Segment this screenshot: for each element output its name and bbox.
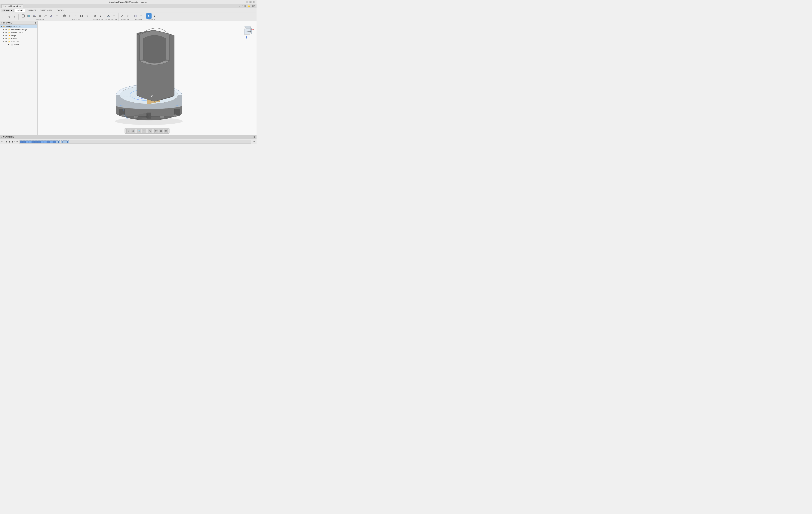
timeline-item-18[interactable] [67, 141, 69, 143]
svg-rect-3 [34, 15, 35, 16]
home-view-button[interactable]: ⌂ [126, 129, 130, 133]
sweep-button[interactable] [43, 13, 48, 19]
browser-expand-icon[interactable]: ▸ [1, 22, 2, 24]
tree-item-root[interactable]: ▼ ⊞ laser guide v4 v4 ▾ [0, 25, 37, 28]
timeline-track[interactable] [20, 140, 251, 144]
model-container [37, 21, 257, 135]
comments-settings-button[interactable]: ⊞ [254, 136, 255, 138]
viewcube-svg[interactable]: FRONT X Y [239, 23, 255, 39]
minimize-button[interactable]: — [246, 1, 248, 3]
construct-more-button[interactable]: ▾ [112, 13, 117, 19]
browser-tree: ▼ ⊞ laser guide v4 v4 ▾ ▶ 👁 📁 Document S… [0, 25, 37, 135]
timeline-prev-button[interactable]: ◀ [4, 140, 8, 144]
close-button[interactable]: ✕ [253, 1, 255, 3]
timeline-item-5[interactable] [32, 141, 35, 143]
extrude-button[interactable] [32, 13, 37, 19]
timeline-play-button[interactable]: ▶ [8, 140, 12, 144]
tree-arrow-doc: ▶ [3, 29, 5, 30]
svg-point-63 [160, 130, 162, 132]
timeline-item-17[interactable] [65, 141, 67, 143]
select-button[interactable] [146, 13, 151, 19]
measure-button[interactable] [120, 13, 125, 19]
file-tab-active[interactable]: laser guide v4 v4* ✕ [1, 4, 23, 8]
revolve-button[interactable] [37, 13, 42, 19]
timeline-start-button[interactable]: ⏮ [1, 140, 4, 144]
zoom-button[interactable]: 🔍 [137, 129, 141, 133]
assemble-more-button[interactable]: ▾ [98, 13, 103, 19]
timeline-item-3[interactable] [26, 141, 29, 143]
timeline-end-button[interactable]: ⏭ [16, 140, 19, 144]
fit-view-button[interactable]: ⊕ [131, 129, 135, 133]
timeline-item-4[interactable] [29, 141, 32, 143]
insert-more-button[interactable]: ▾ [139, 13, 144, 19]
tree-arrow-bodies: ▶ [3, 38, 5, 39]
eye-icon-named: 👁 [5, 31, 7, 34]
timeline-item-8[interactable] [41, 141, 44, 143]
loft-button[interactable] [49, 13, 54, 19]
tab-surface[interactable]: SURFACE [25, 9, 38, 12]
redo-button[interactable]: ↪ [6, 14, 12, 20]
grid-button[interactable] [164, 129, 168, 133]
timeline-item-14[interactable] [58, 141, 60, 143]
display-mode-button[interactable] [154, 129, 158, 133]
timeline-item-7[interactable] [38, 141, 41, 143]
tab-sheet-metal[interactable]: SHEET METAL [38, 9, 55, 12]
undo-history-button[interactable]: ▾ [12, 14, 17, 20]
timeline-item-13[interactable] [56, 141, 58, 143]
timeline-item-9[interactable] [44, 141, 47, 143]
zoom-more-button[interactable]: ▾ [142, 129, 146, 133]
help-button[interactable]: ? [241, 5, 243, 7]
orbit-button[interactable]: ↻ [148, 129, 152, 133]
settings-button[interactable]: ⚙ [244, 5, 246, 7]
visual-style-button[interactable] [159, 129, 163, 133]
new-tab-button[interactable]: + [238, 5, 240, 7]
fillet-button[interactable] [67, 13, 73, 19]
eye-icon-origin: 👁 [5, 34, 7, 37]
insert-canvas-button[interactable] [133, 13, 138, 19]
timeline-item-6[interactable] [35, 141, 38, 143]
svg-rect-9 [81, 15, 82, 17]
tree-item-named-views[interactable]: ▶ 👁 📁 Named Views [0, 31, 37, 34]
viewport[interactable]: FRONT X Y ⌂ ⊕ 🔍 ▾ ↻ [37, 21, 257, 135]
timeline-item-12[interactable] [53, 141, 56, 143]
tree-item-bodies[interactable]: ▶ 👁 📁 Bodies [0, 37, 37, 40]
tab-tools[interactable]: TOOLS [55, 9, 66, 12]
inspect-more-button[interactable]: ▾ [125, 13, 130, 19]
tree-arrow-sketches: ▼ [3, 41, 5, 42]
joint-button[interactable] [92, 13, 97, 19]
design-dropdown[interactable]: DESIGN ▾ [1, 9, 14, 12]
nav-separator-3 [153, 129, 153, 133]
comments-expand-icon[interactable]: ▸ [1, 136, 2, 138]
timeline-item-10[interactable] [47, 141, 50, 143]
assemble-label: ASSEMBLE▾ [93, 19, 103, 21]
sketch-icon-sketch1: ⬜ [10, 43, 13, 46]
plane-button[interactable] [106, 13, 111, 19]
svg-marker-6 [50, 15, 52, 17]
chamfer-button[interactable] [73, 13, 79, 19]
modify-more-button[interactable]: ▾ [85, 13, 90, 19]
timeline-next-button[interactable]: ▶▶ [12, 140, 16, 144]
undo-button[interactable]: ↩ [1, 14, 6, 20]
tree-item-doc-settings[interactable]: ▶ 👁 📁 Document Settings [0, 28, 37, 31]
timeline-item-11[interactable] [50, 141, 53, 143]
timeline-item-1[interactable] [20, 141, 23, 143]
timeline-item-2[interactable] [23, 141, 26, 143]
maximize-button[interactable]: □ [250, 1, 252, 3]
timeline-item-15[interactable] [61, 141, 62, 143]
press-pull-button[interactable] [62, 13, 67, 19]
tree-item-sketches[interactable]: ▼ 👁 📁 Sketches [0, 40, 37, 43]
select-more-button[interactable]: ▾ [152, 13, 157, 19]
tree-item-sketch1[interactable]: 👁 ⬜ Sketch1 [0, 43, 37, 46]
create-more-button[interactable]: ▾ [54, 13, 60, 19]
new-body-button[interactable] [26, 13, 31, 19]
tree-item-origin[interactable]: ▶ 👁 ✦ Origin [0, 34, 37, 37]
timeline-settings-button[interactable]: ⚙ [252, 140, 256, 144]
notifications-button[interactable]: 🔔 [247, 5, 251, 7]
shell-button[interactable] [79, 13, 84, 19]
tab-close-button[interactable]: ✕ [19, 5, 21, 7]
tab-solid[interactable]: SOLID [15, 9, 25, 12]
new-component-button[interactable] [21, 13, 26, 19]
user-button[interactable]: JW [251, 5, 255, 7]
browser-settings-button[interactable]: ⊞ [35, 22, 36, 24]
timeline-item-16[interactable] [63, 141, 65, 143]
